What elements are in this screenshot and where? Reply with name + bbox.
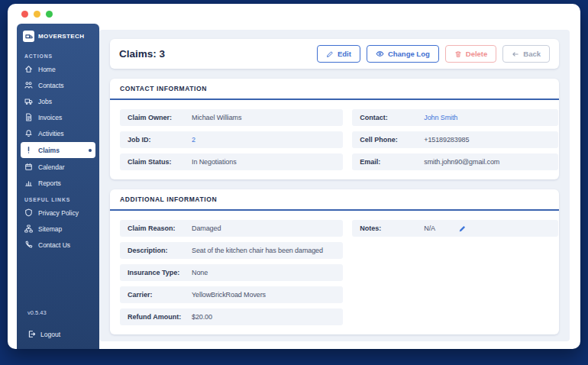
truck-icon bbox=[24, 97, 33, 105]
claim-reason-row: Claim Reason: Damaged bbox=[120, 220, 343, 237]
contact-info-left-column: Claim Owner: Michael Williams Job ID: 2 … bbox=[120, 109, 343, 176]
close-window-button[interactable] bbox=[21, 11, 28, 18]
additional-information-title: ADDITIONAL INFORMATION bbox=[110, 189, 559, 211]
bell-icon bbox=[24, 129, 33, 137]
pencil-icon bbox=[326, 50, 334, 58]
email-row: Email: smith.john90@gmail.com bbox=[352, 153, 558, 170]
claim-owner-row: Claim Owner: Michael Williams bbox=[120, 109, 343, 126]
sidebar-item-invoices[interactable]: Invoices bbox=[17, 109, 99, 125]
shield-icon bbox=[24, 208, 33, 217]
sidebar: MOVERSTECH ACTIONS Home Contacts Jobs In… bbox=[17, 24, 99, 349]
refund-amount-value: $20.00 bbox=[192, 313, 212, 321]
sidebar-item-jobs[interactable]: Jobs bbox=[17, 93, 99, 109]
sidebar-section-useful-links: USEFUL LINKS bbox=[17, 191, 99, 205]
contact-info-right-column: Contact: John Smith Cell Phone: +1518928… bbox=[352, 109, 558, 176]
cell-phone-row: Cell Phone: +15189283985 bbox=[352, 131, 558, 148]
sidebar-item-activities[interactable]: Activities bbox=[17, 125, 99, 141]
edit-notes-icon[interactable] bbox=[458, 224, 467, 233]
logout-button[interactable]: Logout bbox=[17, 324, 99, 349]
bar-chart-icon bbox=[24, 179, 33, 187]
page-title: Claims: 3 bbox=[119, 48, 165, 60]
additional-info-right-column: Notes: N/A bbox=[352, 220, 558, 242]
sidebar-item-home[interactable]: Home bbox=[17, 61, 99, 77]
maximize-window-button[interactable] bbox=[46, 11, 53, 18]
contact-link[interactable]: John Smith bbox=[424, 114, 457, 121]
phone-icon bbox=[24, 241, 33, 249]
additional-information-card: ADDITIONAL INFORMATION Claim Reason: Dam… bbox=[110, 189, 559, 334]
logo-truck-icon bbox=[23, 31, 34, 42]
window-titlebar bbox=[8, 4, 580, 24]
sidebar-item-calendar[interactable]: Calendar bbox=[17, 159, 99, 175]
sidebar-item-contact-us[interactable]: Contact Us bbox=[17, 237, 99, 253]
contact-row: Contact: John Smith bbox=[352, 109, 558, 126]
trash-icon bbox=[454, 50, 462, 58]
sidebar-section-actions: ACTIONS bbox=[17, 47, 99, 61]
notes-value: N/A bbox=[424, 224, 435, 232]
back-arrow-icon bbox=[512, 50, 519, 58]
claim-reason-value: Damaged bbox=[192, 224, 221, 232]
logo-text: MOVERSTECH bbox=[38, 33, 84, 40]
change-log-button[interactable]: Change Log bbox=[367, 45, 439, 63]
calendar-icon bbox=[24, 163, 33, 171]
back-button[interactable]: Back bbox=[502, 45, 550, 63]
claim-status-value: In Negotiations bbox=[192, 158, 237, 166]
email-value: smith.john90@gmail.com bbox=[424, 158, 499, 166]
claim-owner-value: Michael Williams bbox=[192, 114, 241, 121]
additional-information-body: Claim Reason: Damaged Description: Seat … bbox=[110, 211, 559, 334]
sidebar-item-claims[interactable]: Claims bbox=[21, 142, 95, 158]
additional-info-left-column: Claim Reason: Damaged Description: Seat … bbox=[120, 220, 343, 331]
app-window: MOVERSTECH ACTIONS Home Contacts Jobs In… bbox=[8, 4, 580, 349]
window-body: MOVERSTECH ACTIONS Home Contacts Jobs In… bbox=[8, 24, 580, 349]
contacts-icon bbox=[24, 81, 33, 89]
app-logo: MOVERSTECH bbox=[17, 24, 99, 47]
sidebar-item-privacy-policy[interactable]: Privacy Policy bbox=[17, 205, 99, 221]
description-value: Seat of the kitchen chair has been damag… bbox=[192, 247, 323, 254]
header-actions: Edit Change Log Delete Back bbox=[317, 45, 550, 63]
home-icon bbox=[24, 65, 33, 73]
notes-row: Notes: N/A bbox=[352, 220, 558, 237]
sitemap-icon bbox=[24, 224, 33, 233]
main-content: Claims: 3 Edit Change Log Delete bbox=[99, 30, 570, 341]
refund-amount-row: Refund Amount: $20.00 bbox=[120, 308, 343, 325]
sidebar-item-contacts[interactable]: Contacts bbox=[17, 77, 99, 93]
delete-button[interactable]: Delete bbox=[445, 45, 497, 63]
active-indicator-dot bbox=[89, 149, 92, 152]
app-version: v0.5.43 bbox=[17, 309, 99, 324]
contact-information-body: Claim Owner: Michael Williams Job ID: 2 … bbox=[110, 100, 559, 179]
eye-icon bbox=[376, 50, 384, 58]
contact-information-title: CONTACT INFORMATION bbox=[110, 79, 559, 100]
sidebar-footer: v0.5.43 Logout bbox=[17, 309, 99, 349]
edit-button[interactable]: Edit bbox=[317, 45, 360, 63]
insurance-type-value: None bbox=[192, 269, 208, 276]
job-id-row: Job ID: 2 bbox=[120, 131, 343, 148]
carrier-row: Carrier: YellowBrickRoad Movers bbox=[120, 286, 343, 303]
sidebar-item-sitemap[interactable]: Sitemap bbox=[17, 221, 99, 237]
logout-icon bbox=[27, 330, 36, 338]
sidebar-item-reports[interactable]: Reports bbox=[17, 175, 99, 191]
invoice-icon bbox=[24, 113, 33, 121]
job-id-link[interactable]: 2 bbox=[192, 136, 195, 144]
carrier-value: YellowBrickRoad Movers bbox=[192, 291, 266, 299]
page-header: Claims: 3 Edit Change Log Delete bbox=[110, 39, 559, 69]
contact-information-card: CONTACT INFORMATION Claim Owner: Michael… bbox=[110, 79, 559, 179]
claim-status-row: Claim Status: In Negotiations bbox=[120, 153, 343, 170]
description-row: Description: Seat of the kitchen chair h… bbox=[120, 242, 343, 259]
minimize-window-button[interactable] bbox=[34, 11, 40, 18]
cell-phone-value: +15189283985 bbox=[424, 136, 469, 144]
insurance-type-row: Insurance Type: None bbox=[120, 264, 343, 281]
exclamation-icon bbox=[24, 146, 33, 154]
